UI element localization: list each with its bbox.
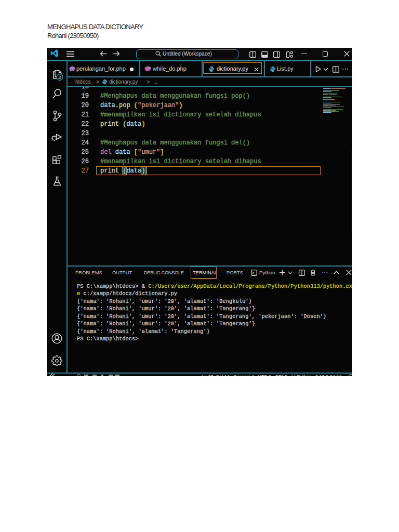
svg-text:2: 2 (58, 74, 61, 80)
